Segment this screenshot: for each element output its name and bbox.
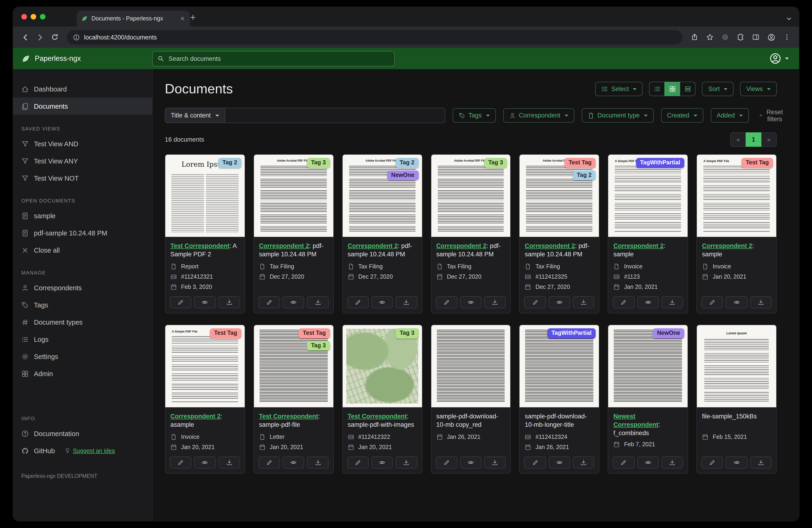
correspondent-link[interactable]: Test Correspondent — [259, 413, 318, 420]
preview-document-button[interactable] — [460, 456, 482, 469]
sidebar-item-close-all[interactable]: Close all — [13, 242, 152, 259]
preview-document-button[interactable] — [194, 456, 216, 469]
prev-page-button[interactable]: « — [730, 132, 746, 147]
tag-badge[interactable]: Test Tag — [564, 158, 596, 168]
edit-document-button[interactable] — [524, 456, 546, 469]
share-button[interactable] — [691, 33, 698, 41]
tag-badge[interactable]: Tag 3 — [307, 158, 330, 168]
download-document-button[interactable] — [218, 296, 240, 308]
preview-document-button[interactable] — [637, 296, 659, 308]
edit-document-button[interactable] — [613, 296, 635, 308]
edit-document-button[interactable] — [170, 456, 191, 469]
user-menu-button[interactable] — [767, 52, 792, 65]
back-button[interactable] — [18, 30, 32, 45]
extensions-button[interactable] — [737, 33, 744, 41]
document-card[interactable]: Tag 3 Test Correspondent: sample-pdf-wit… — [342, 325, 422, 474]
document-thumbnail[interactable] — [431, 325, 510, 408]
document-card[interactable]: A Simple PDF File Test Tag Correspon — [696, 154, 777, 313]
edit-document-button[interactable] — [524, 296, 546, 308]
sidebar-item-saved-view-any[interactable]: Test View ANY — [13, 152, 152, 170]
download-document-button[interactable] — [218, 456, 240, 469]
edit-document-button[interactable] — [436, 296, 457, 308]
tag-badge[interactable]: TagWithPartial — [547, 328, 596, 338]
address-bar[interactable]: localhost:4200/documents — [67, 30, 682, 44]
edit-document-button[interactable] — [701, 296, 723, 308]
sidebar-item-open-doc-sample[interactable]: sample — [13, 207, 152, 224]
preview-document-button[interactable] — [283, 456, 304, 469]
filter-field-button[interactable]: Title & content — [165, 108, 225, 123]
page-info-icon[interactable] — [73, 34, 80, 41]
tag-badge[interactable]: Tag 2 — [573, 170, 596, 180]
reload-button[interactable] — [47, 30, 62, 45]
window-close-button[interactable] — [21, 14, 27, 19]
browser-tab[interactable]: Documents - Paperless-ngx — [77, 11, 190, 27]
edit-document-button[interactable] — [170, 296, 191, 308]
tag-badge[interactable]: Tag 3 — [307, 341, 330, 351]
tag-badge[interactable]: NewOne — [653, 328, 684, 338]
new-tab-button[interactable] — [187, 11, 199, 23]
download-document-button[interactable] — [307, 456, 329, 469]
preview-document-button[interactable] — [637, 456, 659, 469]
window-minimize-button[interactable] — [31, 14, 36, 19]
select-button[interactable]: Select — [595, 82, 643, 96]
grid-view-button[interactable] — [665, 82, 680, 96]
preview-document-button[interactable] — [194, 296, 216, 308]
filter-text-input[interactable] — [225, 108, 445, 123]
added-filter-button[interactable]: Added — [711, 108, 749, 123]
preview-document-button[interactable] — [372, 296, 393, 308]
download-document-button[interactable] — [484, 296, 506, 308]
tag-badge[interactable]: Tag 3 — [395, 328, 419, 338]
document-card[interactable]: Adobe Acrobat PDF Files Test Tag Tag 2 — [519, 154, 599, 313]
download-document-button[interactable] — [573, 296, 594, 308]
global-search[interactable] — [152, 51, 395, 66]
tag-badge[interactable]: Tag 2 — [218, 158, 241, 168]
document-card[interactable]: Adobe Acrobat PDF Files Tag 3 Corres — [431, 154, 511, 313]
forward-button[interactable] — [32, 30, 47, 45]
preview-document-button[interactable] — [460, 296, 482, 308]
preview-document-button[interactable] — [549, 296, 570, 308]
tag-badge[interactable]: Tag 2 — [395, 158, 419, 168]
suggest-idea-link[interactable]: Suggest an idea — [64, 447, 115, 454]
document-card[interactable]: Lorem Ipsum Tag 2 Test Correspondent — [165, 154, 245, 313]
browser-profile-button[interactable] — [767, 33, 775, 41]
tag-badge[interactable]: NewOne — [387, 170, 419, 180]
list-view-button[interactable] — [649, 82, 665, 96]
correspondent-link[interactable]: Correspondent 2 — [348, 242, 398, 249]
document-type-filter-button[interactable]: Document type — [582, 108, 654, 123]
sidebar-item-dashboard[interactable]: Dashboard — [13, 80, 152, 98]
correspondent-link[interactable]: Test Correspondent — [348, 413, 407, 420]
tag-badge[interactable]: TagWithPartial — [636, 158, 684, 168]
extension-action-button[interactable] — [722, 33, 729, 41]
reset-filters-button[interactable]: Reset filters — [756, 108, 787, 123]
download-document-button[interactable] — [396, 456, 417, 469]
document-card[interactable]: A Simple PDF File TagWithPartial Cor — [608, 154, 688, 313]
tab-search-button[interactable] — [785, 15, 793, 22]
sort-button[interactable]: Sort — [702, 82, 734, 96]
download-document-button[interactable] — [573, 456, 594, 469]
detail-view-button[interactable] — [680, 82, 696, 96]
window-zoom-button[interactable] — [40, 14, 45, 19]
correspondent-link[interactable]: Correspondent 2 — [702, 242, 752, 249]
edit-document-button[interactable] — [259, 296, 280, 308]
tag-badge[interactable]: Test Tag — [742, 158, 773, 168]
document-card[interactable]: TagWithPartial sample-pdf-download-10-mb… — [519, 325, 599, 474]
bookmark-button[interactable] — [706, 33, 714, 41]
tag-badge[interactable]: Test Tag — [210, 328, 242, 338]
correspondent-link[interactable]: Correspondent 2 — [436, 242, 486, 249]
app-brand[interactable]: Paperless-ngx — [13, 54, 152, 63]
correspondent-link[interactable]: Correspondent 2 — [613, 242, 664, 249]
document-thumbnail[interactable]: Lorem ipsum — [697, 325, 776, 408]
preview-document-button[interactable] — [726, 296, 748, 308]
sidebar-item-documents[interactable]: Documents — [13, 98, 152, 115]
sidebar-item-correspondents[interactable]: Correspondents — [13, 279, 152, 296]
sidebar-item-settings[interactable]: Settings — [13, 348, 152, 365]
sidebar-item-documentation[interactable]: Documentation — [13, 425, 152, 442]
sidebar-item-tags[interactable]: Tags — [13, 296, 152, 313]
correspondent-link[interactable]: Correspondent 2 — [170, 413, 220, 420]
side-panel-button[interactable] — [752, 33, 759, 41]
preview-document-button[interactable] — [372, 456, 393, 469]
next-page-button[interactable]: » — [761, 132, 777, 147]
tag-badge[interactable]: Test Tag — [299, 328, 330, 338]
tags-filter-button[interactable]: Tags — [453, 108, 496, 123]
document-card[interactable]: A Simple PDF File Test Tag Correspon — [165, 325, 245, 474]
